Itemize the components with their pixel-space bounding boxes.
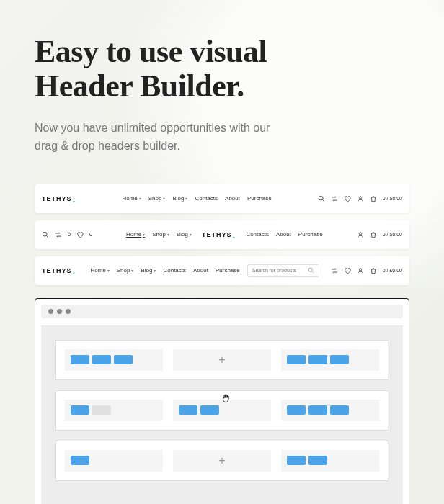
- search-input-wrapper[interactable]: [247, 264, 319, 277]
- builder-col-left[interactable]: [65, 349, 163, 371]
- window-dot: [48, 309, 53, 314]
- plus-icon[interactable]: +: [218, 454, 225, 467]
- builder-block[interactable]: [330, 405, 349, 415]
- nav-shop[interactable]: Shop▾: [152, 231, 169, 238]
- svg-line-4: [46, 235, 48, 237]
- heart-icon[interactable]: [344, 195, 351, 202]
- window-dot: [66, 309, 71, 314]
- logo: TETHYS.: [42, 195, 76, 202]
- nav-shop[interactable]: Shop▾: [117, 267, 134, 274]
- header-example-2: 0 0 Home▾ Shop▾ Blog▾ TETHYS. Contacts A…: [35, 220, 409, 249]
- page-heading: Easy to use visual Header Builder.: [35, 35, 409, 104]
- cart-total: 0 / $0.00: [383, 196, 402, 201]
- builder-col-center[interactable]: +: [173, 349, 271, 371]
- builder-block[interactable]: [308, 355, 327, 364]
- bag-icon[interactable]: [370, 195, 377, 202]
- builder-block[interactable]: [179, 405, 197, 415]
- builder-block[interactable]: [287, 456, 306, 465]
- builder-block[interactable]: [308, 405, 327, 415]
- bag-icon[interactable]: [370, 267, 377, 274]
- nav-blog[interactable]: Blog▾: [172, 195, 187, 202]
- svg-point-5: [359, 233, 361, 235]
- heart-icon[interactable]: [76, 231, 84, 238]
- user-icon[interactable]: [357, 267, 364, 274]
- svg-point-2: [359, 197, 361, 199]
- svg-line-1: [322, 199, 324, 201]
- nav-home[interactable]: Home▾: [126, 231, 145, 238]
- builder-block[interactable]: [71, 456, 89, 465]
- builder-block[interactable]: [92, 355, 111, 364]
- nav-blog[interactable]: Blog▾: [141, 267, 156, 274]
- builder-col-right[interactable]: [281, 349, 379, 371]
- builder-block-placeholder[interactable]: [92, 405, 111, 415]
- svg-line-7: [311, 271, 313, 273]
- builder-block[interactable]: [330, 355, 349, 364]
- plus-icon[interactable]: +: [218, 354, 225, 366]
- svg-point-0: [319, 196, 323, 200]
- nav-menu: Home▾ Shop▾ Blog▾ Contacts About Purchas…: [122, 195, 271, 202]
- builder-col-left[interactable]: [65, 400, 163, 421]
- nav-about[interactable]: About: [193, 267, 208, 274]
- page-subheading: Now you have unlimited opportunities wit…: [35, 119, 280, 156]
- nav-contacts[interactable]: Contacts: [163, 267, 186, 274]
- nav-shop[interactable]: Shop▾: [148, 195, 166, 202]
- builder-window: +: [35, 298, 409, 504]
- builder-col-center[interactable]: +: [173, 450, 271, 472]
- search-icon[interactable]: [42, 231, 49, 238]
- builder-row[interactable]: +: [56, 340, 388, 380]
- nav-blog[interactable]: Blog▾: [177, 231, 192, 238]
- nav-purchase[interactable]: Purchase: [298, 231, 323, 238]
- browser-chrome: [41, 305, 403, 318]
- builder-block[interactable]: [114, 355, 133, 364]
- window-dot: [57, 309, 62, 314]
- nav-home[interactable]: Home▾: [122, 195, 141, 202]
- builder-col-right[interactable]: [281, 400, 379, 421]
- user-icon[interactable]: [357, 195, 364, 202]
- nav-contacts[interactable]: Contacts: [246, 231, 269, 238]
- grab-cursor-icon: [220, 392, 233, 405]
- builder-block[interactable]: [71, 355, 89, 364]
- nav-contacts[interactable]: Contacts: [195, 195, 218, 202]
- builder-col-center[interactable]: [173, 400, 271, 421]
- builder-block[interactable]: [287, 405, 306, 415]
- builder-block[interactable]: [308, 456, 327, 465]
- user-icon[interactable]: [357, 231, 364, 238]
- logo: TETHYS.: [42, 267, 76, 274]
- bag-icon[interactable]: [370, 231, 377, 238]
- nav-purchase[interactable]: Purchase: [247, 195, 272, 202]
- heart-icon[interactable]: [344, 267, 351, 274]
- builder-block[interactable]: [71, 405, 89, 415]
- logo: TETHYS.: [202, 231, 236, 238]
- builder-canvas: +: [41, 325, 403, 504]
- compare-icon[interactable]: [55, 231, 62, 238]
- svg-point-8: [359, 269, 361, 271]
- compare-count: 0: [68, 232, 71, 237]
- nav-about[interactable]: About: [225, 195, 240, 202]
- builder-col-right[interactable]: [281, 450, 379, 472]
- cart-total: 0 / $0.00: [383, 232, 402, 237]
- builder-row[interactable]: [56, 390, 388, 431]
- nav-about[interactable]: About: [276, 231, 291, 238]
- header-example-3: TETHYS. Home▾ Shop▾ Blog▾ Contacts About…: [35, 256, 409, 285]
- builder-row[interactable]: +: [56, 441, 388, 481]
- compare-icon[interactable]: [331, 267, 338, 274]
- wishlist-count: 0: [89, 232, 92, 237]
- header-example-1: TETHYS. Home▾ Shop▾ Blog▾ Contacts About…: [35, 184, 409, 213]
- builder-block[interactable]: [287, 355, 306, 364]
- cart-total: 0 / £0.00: [383, 268, 402, 273]
- nav-home[interactable]: Home▾: [90, 267, 109, 274]
- search-icon[interactable]: [308, 267, 314, 274]
- compare-icon[interactable]: [331, 195, 338, 202]
- search-input[interactable]: [252, 268, 305, 273]
- search-icon[interactable]: [318, 195, 325, 202]
- builder-block[interactable]: [200, 405, 219, 415]
- nav-purchase[interactable]: Purchase: [216, 267, 240, 274]
- svg-point-3: [43, 232, 47, 236]
- builder-col-left[interactable]: [65, 450, 163, 472]
- svg-point-6: [308, 269, 312, 272]
